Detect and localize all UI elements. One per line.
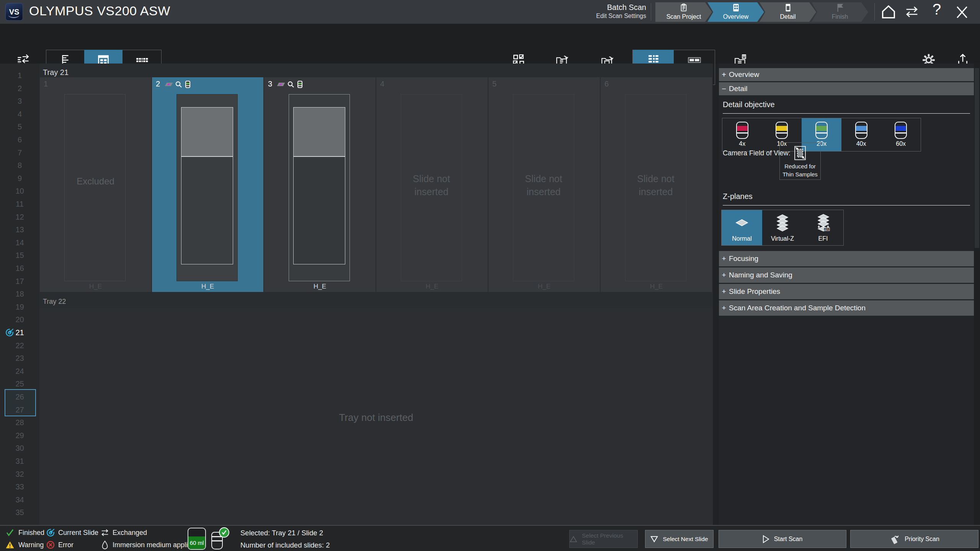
- slide-scan-area[interactable]: [293, 156, 345, 264]
- tray-list-item[interactable]: 6: [0, 133, 39, 146]
- fov-reduced-button[interactable]: Reduced forThin Samples: [779, 142, 821, 180]
- slide-scan-area[interactable]: [181, 156, 233, 264]
- tray-list-item[interactable]: 29: [0, 429, 39, 442]
- tray-number: 24: [15, 367, 24, 376]
- slide-cell-2-selected[interactable]: 2 H_E: [152, 77, 263, 292]
- step-label: Overview: [723, 13, 749, 20]
- panel-scrollbar[interactable]: [974, 64, 980, 525]
- section-slide-properties[interactable]: + Slide Properties: [719, 284, 974, 299]
- objective-4x[interactable]: 4x: [722, 118, 762, 151]
- slide-preview[interactable]: [289, 94, 350, 281]
- select-next-slide-button[interactable]: Select Next Slide: [645, 530, 714, 548]
- tray-list-item[interactable]: 16: [0, 262, 39, 275]
- step-detail[interactable]: Detail: [760, 2, 816, 22]
- tray-number: 12: [15, 213, 24, 222]
- tray-list-item[interactable]: 24: [0, 365, 39, 378]
- overview-section-header[interactable]: + Overview: [719, 68, 974, 81]
- efi-icon: EFI: [814, 210, 832, 235]
- tray-list-item[interactable]: 25: [0, 377, 39, 390]
- sample-icon: [277, 83, 285, 86]
- app-logo-text: VS: [9, 8, 20, 16]
- tray-list-item[interactable]: 5: [0, 120, 39, 133]
- z-mode-efi[interactable]: EFI EFI: [803, 210, 843, 245]
- tray-list-item[interactable]: 27: [0, 403, 39, 416]
- tray-list-item[interactable]: 8: [0, 159, 39, 172]
- section-label: Slide Properties: [729, 287, 780, 296]
- tray-number: 8: [18, 161, 22, 170]
- step-scan-project[interactable]: Scan Project: [655, 2, 712, 22]
- detail-objective-label: Detail objective: [723, 100, 775, 109]
- tray-list-item[interactable]: 15: [0, 249, 39, 262]
- section-scan-area[interactable]: + Scan Area Creation and Sample Detectio…: [719, 300, 974, 316]
- tray-list-item-current[interactable]: 21: [0, 326, 39, 339]
- objective-40x[interactable]: 40x: [841, 118, 881, 151]
- objective-60x[interactable]: 60x: [881, 118, 921, 151]
- slide-cell-5[interactable]: 5 Slide not inserted H_E: [488, 77, 600, 292]
- tray-list-item[interactable]: 18: [0, 287, 39, 300]
- tray-list-item[interactable]: 1: [0, 69, 39, 82]
- objective-band: [737, 126, 748, 131]
- tray-list-item[interactable]: 26: [0, 390, 39, 403]
- help-icon[interactable]: ?: [933, 1, 941, 18]
- tray-number: 32: [15, 470, 24, 479]
- exchange-icon[interactable]: [903, 5, 920, 18]
- tray-list-item[interactable]: 19: [0, 300, 39, 313]
- mode-subtitle: Edit Scan Settings: [551, 12, 646, 20]
- slide-cell-3[interactable]: 3 H_E: [264, 77, 376, 292]
- start-scan-button[interactable]: Start Scan: [719, 530, 846, 548]
- priority-scan-label: Priority Scan: [905, 536, 939, 543]
- slide-cell-6[interactable]: 6 Slide not inserted H_E: [601, 77, 712, 292]
- slide-cell-1[interactable]: 1 Excluded H_E: [40, 77, 151, 292]
- slide-preview[interactable]: [176, 94, 238, 281]
- section-focusing[interactable]: + Focusing: [719, 251, 974, 266]
- close-icon[interactable]: [955, 5, 969, 20]
- tray-list-item[interactable]: 13: [0, 223, 39, 236]
- tray-list-item[interactable]: 2: [0, 82, 39, 95]
- tray-list-item[interactable]: 22: [0, 339, 39, 352]
- magnifier-icon[interactable]: [287, 81, 294, 88]
- mode-block: Batch Scan Edit Scan Settings: [551, 3, 646, 20]
- triangle-up-icon: [570, 536, 577, 543]
- step-label: Finish: [832, 13, 848, 20]
- included-count: Number of included slides: 2: [240, 541, 330, 549]
- tray-list-item[interactable]: 23: [0, 352, 39, 365]
- tray-list-item[interactable]: 10: [0, 184, 39, 197]
- underline: [723, 113, 970, 114]
- tray-list-item[interactable]: 3: [0, 95, 39, 108]
- tray-list-item[interactable]: 20: [0, 313, 39, 326]
- title-bar: VS OLYMPUS VS200 ASW Batch Scan Edit Sca…: [0, 0, 980, 24]
- tray-list-item[interactable]: 28: [0, 416, 39, 429]
- step-overview[interactable]: Overview: [707, 2, 764, 22]
- tray-list-item[interactable]: 7: [0, 146, 39, 159]
- scrollbar-thumb[interactable]: [975, 68, 979, 248]
- tray-list-item[interactable]: 17: [0, 275, 39, 288]
- z-mode-normal-selected[interactable]: Normal: [722, 210, 762, 245]
- tray-list-item[interactable]: 4: [0, 108, 39, 121]
- tray-list-item[interactable]: 14: [0, 236, 39, 249]
- tray-list-item[interactable]: 9: [0, 172, 39, 185]
- tray-list-item[interactable]: 31: [0, 455, 39, 468]
- slide-cell-4[interactable]: 4 Slide not inserted H_E: [376, 77, 488, 292]
- priority-scan-button[interactable]: Priority Scan: [850, 530, 978, 548]
- home-icon[interactable]: [880, 4, 897, 20]
- tray-list-item[interactable]: 12: [0, 210, 39, 223]
- tray-list-item[interactable]: 30: [0, 442, 39, 455]
- tray-list-item[interactable]: 33: [0, 480, 39, 493]
- tray-list: 1 2 3 4 5 6 7 8 9 10 11 12 13 14 15 16 1…: [0, 64, 39, 525]
- step-finish: Finish: [812, 2, 868, 22]
- play-icon: [763, 535, 769, 543]
- detail-section-header[interactable]: − Detail: [719, 82, 974, 95]
- tray-list-item[interactable]: 35: [0, 506, 39, 519]
- section-naming-saving[interactable]: + Naming and Saving: [719, 267, 974, 283]
- objective-label: 40x: [856, 140, 866, 147]
- magnifier-icon[interactable]: [175, 81, 182, 88]
- tray-list-item[interactable]: 11: [0, 197, 39, 210]
- tray-list-item[interactable]: 34: [0, 493, 39, 506]
- objective-label: 4x: [739, 140, 745, 147]
- objective-line: [895, 132, 906, 134]
- z-mode-virtual-z[interactable]: Virtual-Z: [762, 210, 803, 245]
- objective-line: [816, 132, 827, 134]
- tray-list-item[interactable]: 32: [0, 468, 39, 481]
- objective-ok-icon: [219, 527, 229, 538]
- tray-number: 21: [15, 328, 24, 337]
